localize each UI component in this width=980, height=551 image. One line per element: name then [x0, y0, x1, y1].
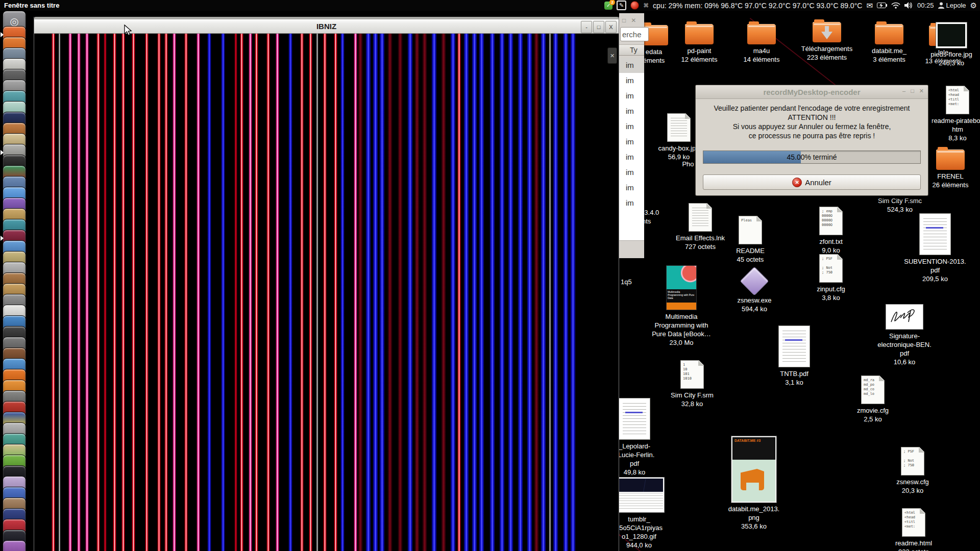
system-monitor-text: cpu: 29% mem: 09% 96.8°C 97.0°C 92.0°C 9…	[653, 2, 862, 10]
column-header-type[interactable]: Ty	[619, 44, 644, 56]
desktop-icon-label: tumblr_	[628, 515, 650, 523]
search-result-row[interactable]: im	[619, 134, 644, 149]
close-icon[interactable]: ✕	[631, 17, 636, 24]
battery-icon[interactable]	[877, 3, 887, 8]
desktop-icon-label: 20,3 ko	[902, 486, 924, 495]
desktop-icon-label: zinput.cfg	[817, 285, 845, 293]
file-zsnesw-exe[interactable]: zsnesw.exe594,4 ko	[714, 268, 795, 313]
folded-corner	[919, 447, 924, 453]
search-result-row[interactable]: im	[619, 58, 644, 73]
file-subvention-pdf[interactable]: SUBVENTION-2013.pdf209,5 ko	[894, 213, 976, 283]
desktop-icon-image: <html <head <titl <met:	[946, 86, 969, 114]
stripe	[309, 34, 312, 551]
file-readme-html[interactable]: <html <head <titl <met:readme.html933 oc…	[873, 508, 954, 551]
desktop-icon-label: Programming with	[655, 321, 708, 330]
file-readme[interactable]: PleasREADME45 octets	[709, 216, 791, 264]
pdf-thumbnail	[778, 325, 810, 367]
search-input[interactable]	[620, 27, 649, 41]
maximize-icon[interactable]: □	[911, 88, 914, 94]
user-menu[interactable]: Lepole	[938, 2, 966, 9]
dialog-title: recordMyDesktop-encoder	[763, 88, 860, 96]
folded-corner	[837, 207, 842, 212]
stripe	[407, 34, 413, 551]
gear-icon[interactable]: ⚙	[970, 1, 977, 10]
desktop-icon-label: 26 éléments	[933, 181, 969, 189]
desktop-icon-label: 246,3 ko	[939, 59, 964, 67]
search-result-row[interactable]: im	[619, 73, 644, 88]
window-indicator-arrow	[1, 150, 4, 155]
desktop-icon-image	[936, 149, 965, 170]
stripe	[77, 34, 81, 551]
desktop-icon-image	[936, 22, 967, 48]
search-result-row[interactable]: im	[619, 104, 644, 119]
recordmydesktop-dialog[interactable]: recordMyDesktop-encoder – □ ✕ Veuillez p…	[696, 85, 928, 195]
search-window[interactable]: □ ✕ Ty imimimimimimimimimim	[619, 13, 644, 258]
search-result-row[interactable]: im	[619, 88, 644, 104]
stripe	[527, 34, 532, 551]
file-zmovie[interactable]: md_ra md_po md_co md_lozmovie.cfg2,5 ko	[832, 375, 914, 423]
clock[interactable]: 00:25	[917, 2, 934, 9]
desktop-icon-label: README	[736, 246, 765, 255]
app-indicator-icon[interactable]: ✖	[643, 2, 649, 9]
ibniz-titlebar[interactable]: IBNIZ - □ X	[34, 17, 619, 34]
cover-footer-band	[667, 303, 696, 310]
cancel-button[interactable]: ✕ Annuler	[703, 174, 921, 190]
search-result-row[interactable]: im	[619, 149, 644, 165]
file-zsnesw-cfg[interactable]: ; PSF ; Not ; 750zsnesw.cfg20,3 ko	[872, 447, 953, 495]
file-signature-pdf[interactable]: Signature-electronique-BEN.pdf10,6 ko	[864, 304, 945, 366]
record-indicator-icon[interactable]	[630, 1, 639, 10]
maximize-icon[interactable]: □	[622, 17, 626, 24]
document-icon: ; emp 0000O 0000O 0000O	[819, 207, 843, 235]
label-fragment-1q5[interactable]: 1q5	[621, 278, 632, 286]
cover-image	[667, 266, 696, 289]
desktop-icon-label: 12 éléments	[681, 55, 718, 64]
search-result-row[interactable]: im	[619, 180, 644, 195]
desktop-icon-label: pdf	[630, 459, 639, 468]
image-pieds-flore[interactable]: pieds-flore.jpg246,3 ko	[911, 22, 980, 67]
ibniz-window[interactable]: IBNIZ - □ X	[34, 17, 619, 551]
desktop-icon-image: 1 10 101 1010	[680, 360, 704, 389]
close-icon[interactable]: ✕	[919, 88, 924, 94]
thumbnail-text-area	[615, 493, 663, 509]
minimize-button[interactable]: -	[581, 21, 592, 33]
search-window-footer	[619, 240, 644, 258]
stripe	[249, 34, 252, 551]
search-result-list[interactable]: imimimimimimimimimim	[619, 58, 644, 241]
stripe	[489, 34, 495, 551]
minimize-icon[interactable]: –	[902, 88, 905, 94]
chat-indicator-icon[interactable]: ✓2	[604, 2, 612, 10]
search-result-row[interactable]: im	[619, 195, 644, 211]
username: Lepole	[946, 2, 966, 9]
desktop-icon-image: Multimedia Programming with Pure Data	[666, 265, 697, 310]
desktop-icon-label: Multimedia	[666, 312, 698, 321]
close-button[interactable]: X	[605, 21, 617, 33]
folded-corner	[837, 255, 842, 260]
file-multimedia-book[interactable]: Multimedia Programming with Pure DataMul…	[641, 265, 722, 347]
volume-icon[interactable]	[904, 2, 913, 9]
file-zinput[interactable]: ; PSF ; Not ; 750zinput.cfg3,8 ko	[790, 254, 872, 302]
search-result-row[interactable]: im	[619, 119, 644, 134]
mail-icon[interactable]: ✉	[866, 1, 873, 10]
application-dock[interactable]: ◎	[0, 11, 29, 551]
file-tntb-pdf[interactable]: TNTB.pdf3,1 ko	[753, 325, 835, 387]
stripe	[104, 34, 107, 551]
active-window-title: Fenêtre sans titre	[0, 2, 59, 9]
desktop-icon-label: FRENEL	[937, 172, 963, 181]
desktop-icon-label: 23,0 Mo	[670, 338, 694, 347]
label-fragment-pd-extended[interactable]: -3.4.0nts	[642, 208, 659, 226]
poster-title-text: DATABIT.ME #3	[732, 437, 775, 460]
desktop-icon-label: Sim City F.srm	[671, 391, 714, 399]
stripe	[207, 34, 211, 551]
dialog-titlebar[interactable]: recordMyDesktop-encoder – □ ✕	[696, 85, 928, 99]
close-icon[interactable]: ✕	[607, 47, 617, 64]
compose-icon[interactable]: ✎	[617, 1, 626, 10]
dock-app-icon[interactable]	[3, 540, 26, 551]
file-zfont[interactable]: ; emp 0000O 0000O 0000Ozfont.txt9,0 ko	[790, 207, 872, 255]
wifi-icon[interactable]	[891, 2, 900, 9]
maximize-button[interactable]: □	[593, 21, 604, 33]
signature-thumbnail	[886, 304, 923, 330]
search-result-row[interactable]: im	[619, 165, 644, 180]
file-databit-png[interactable]: DATABIT.ME #3databit.me_2013.png353,6 ko	[713, 436, 795, 531]
desktop-icon-label: 3,8 ko	[822, 293, 840, 302]
stripe	[300, 34, 304, 551]
